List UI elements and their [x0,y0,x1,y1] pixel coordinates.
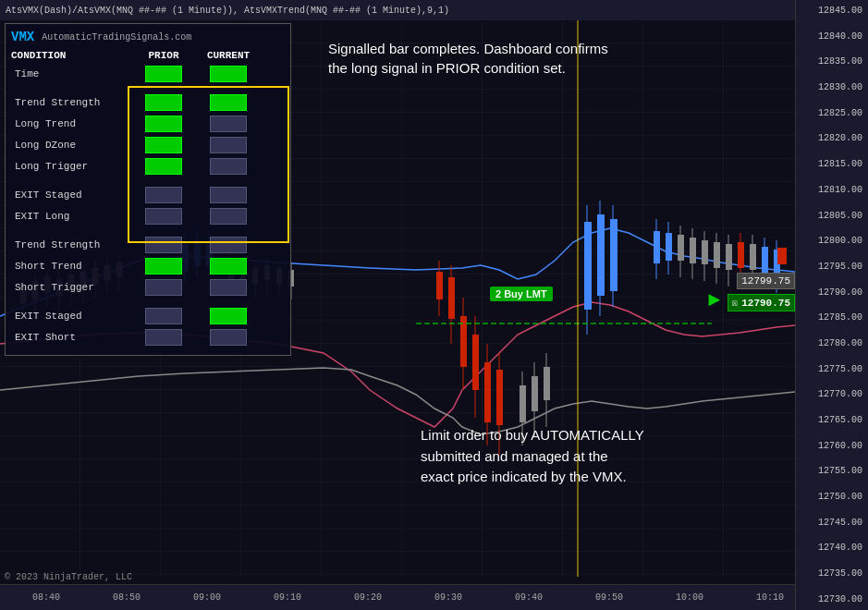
prior-long-trend [131,116,196,132]
annotation-bottom-text: Limit order to buy AUTOMATICALLY submitt… [421,427,644,484]
prior-short-trend [131,258,196,274]
label-long-trigger: Long Trigger [11,161,131,172]
time-label: 09:30 [434,592,462,603]
price-label: 12795.00 [798,261,866,273]
prior-trend-strength-short [131,237,196,253]
price-axis: 12845.0012840.0012835.0012830.0012825.00… [795,0,868,610]
svg-rect-46 [472,335,479,390]
price-label: 12730.00 [798,593,866,605]
price-label: 12765.00 [798,414,866,426]
price-main-value: 12790.75 [741,298,790,309]
annotation-top: Signalled bar completes. Dashboard confi… [328,39,749,78]
label-exit-short: EXIT Short [11,332,131,343]
svg-rect-54 [532,376,538,411]
current-trend-strength-short [196,237,261,253]
label-long-trend: Long Trend [11,118,131,129]
dashboard-header-row: CONDITION PRIOR CURRENT [11,50,285,61]
time-label: 09:10 [274,592,301,603]
price-box-main: ☒ 12790.75 [727,294,795,311]
price-label: 12835.00 [798,55,866,67]
prior-trend-strength-long [131,94,196,111]
svg-rect-82 [762,247,768,273]
svg-rect-48 [484,362,491,422]
price-label: 12810.00 [798,184,866,196]
svg-rect-40 [436,272,443,299]
buy-lmt-text: 2 Buy LMT [495,288,547,299]
svg-rect-42 [448,277,455,319]
price-label: 12820.00 [798,132,866,144]
time-label: 08:50 [113,592,141,603]
prior-exit-short [131,329,196,346]
label-trend-strength-long: Trend Strength [11,97,131,108]
dashboard: VMX AutomaticTradingSignals.com CONDITIO… [5,23,291,356]
row-time: Time [11,65,285,83]
svg-rect-68 [678,235,684,261]
current-trend-strength-long [196,94,261,111]
svg-rect-80 [750,244,756,270]
svg-rect-50 [496,370,503,425]
label-exit-long: EXIT Long [11,211,131,222]
row-exit-long: EXIT Long [11,207,285,226]
col-condition: CONDITION [11,50,131,61]
row-long-trigger: Long Trigger [11,157,285,176]
time-label: 10:00 [676,592,703,603]
title-bar: AtsVMX(Dash)/AtsVMX(MNQ ##-## (1 Minute)… [0,0,795,20]
price-box-secondary: 12799.75 [737,273,795,289]
prior-time [131,66,196,82]
price-label: 12785.00 [798,311,866,323]
annotation-top-text: Signalled bar completes. Dashboard confi… [328,41,608,76]
prior-long-trigger [131,158,196,175]
time-label: 08:40 [32,592,60,603]
close-icon: ☒ [732,297,739,309]
prior-exit-long [131,208,196,225]
prior-exit-staged-long [131,187,196,203]
col-current: CURRENT [196,50,261,61]
price-label: 12825.00 [798,107,866,119]
svg-rect-62 [610,219,617,291]
chart-container: AtsVMX(Dash)/AtsVMX(MNQ ##-## (1 Minute)… [0,0,868,610]
svg-rect-78 [738,242,744,268]
buy-lmt-label: 2 Buy LMT [490,287,553,301]
label-short-trigger: Short Trigger [11,282,131,293]
arrow-right-icon: ► [708,289,720,312]
price-label: 12840.00 [798,30,866,43]
label-trend-strength-short: Trend Strength [11,239,131,250]
price-label: 12830.00 [798,81,866,93]
svg-rect-56 [544,367,550,400]
prior-exit-staged-short [131,308,196,324]
price-label: 12790.00 [798,287,866,299]
svg-rect-60 [597,214,605,296]
time-label: 09:50 [595,592,623,603]
copyright-text: © 2023 NinjaTrader, LLC [5,572,132,582]
svg-rect-76 [726,244,732,270]
row-long-dzone: Long DZone [11,136,285,154]
prior-long-dzone [131,137,196,153]
red-price-indicator [777,248,787,264]
label-time: Time [11,68,131,79]
price-label: 12745.00 [798,517,866,529]
price-label: 12815.00 [798,158,866,170]
price-label: 12845.00 [798,5,866,17]
current-exit-short [196,329,261,346]
svg-rect-58 [584,222,592,310]
label-short-trend: Short Trend [11,261,131,272]
price-label: 12735.00 [798,567,866,580]
time-label: 09:20 [354,592,382,603]
annotation-bottom: Limit order to buy AUTOMATICALLY submitt… [421,425,772,488]
time-label: 10:10 [756,592,784,603]
prior-short-trigger [131,279,196,296]
price-label: 12770.00 [798,388,866,400]
svg-rect-72 [702,240,708,264]
current-time [196,66,261,82]
time-label: 09:40 [515,592,543,603]
current-short-trend [196,258,261,274]
row-exit-staged-long: EXIT Staged [11,186,285,204]
current-short-trigger [196,279,261,296]
svg-rect-52 [520,385,526,422]
current-long-trigger [196,158,261,175]
row-exit-staged-short: EXIT Staged [11,307,285,325]
current-exit-staged-short [196,308,261,324]
price-label: 12755.00 [798,465,866,477]
label-exit-staged-long: EXIT Staged [11,189,131,201]
price-label: 12775.00 [798,363,866,375]
